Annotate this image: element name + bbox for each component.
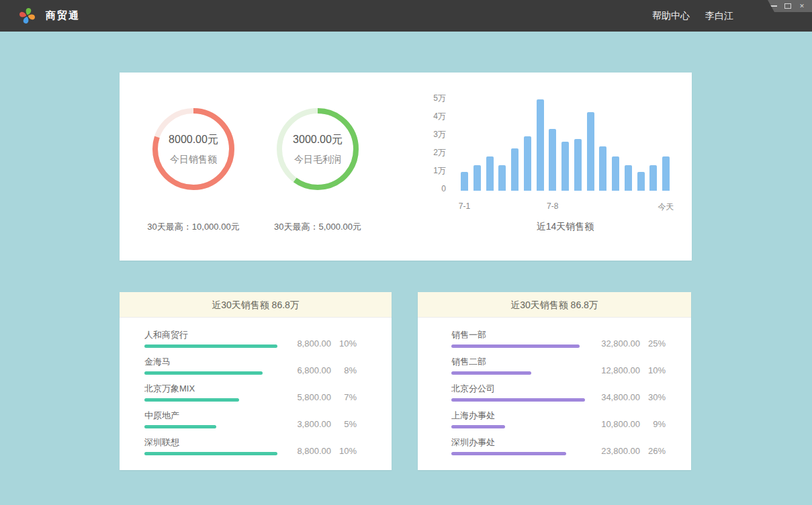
sales-bar [561, 142, 569, 191]
window-controls: ✕ [768, 0, 812, 12]
close-button[interactable]: ✕ [798, 2, 806, 10]
minimize-button[interactable] [770, 2, 778, 10]
ranking-row: 销售二部12,800.0010% [418, 357, 691, 383]
ranking-row: 销售一部32,800.0025% [418, 330, 691, 357]
customer-ranking-list: 人和商贸行8,800.0010%金海马6,800.008%北京万象MIX5,80… [120, 318, 392, 464]
y-axis-tick: 5万 [408, 93, 446, 103]
ranking-values: 10,800.009% [580, 419, 666, 429]
customer-ranking-title: 近30天销售额 86.8万 [212, 300, 300, 310]
daily-sales-chart: 近14天销售额 5万4万3万2万1万07-17-8今天 [120, 73, 692, 261]
ranking-percent: 7% [331, 392, 357, 402]
ranking-bar [144, 425, 216, 428]
ranking-amount: 8,800.00 [271, 446, 331, 456]
ranking-percent: 26% [640, 446, 666, 456]
ranking-values: 23,800.0026% [580, 446, 666, 456]
y-axis-tick: 3万 [408, 129, 446, 140]
sales-bar [625, 165, 632, 191]
dashboard: 8000.00元 今日销售额 30天最高：10,000.00元 3000.00元… [0, 32, 812, 505]
ranking-amount: 10,800.00 [580, 419, 640, 429]
ranking-values: 6,800.008% [271, 365, 357, 375]
x-axis-tick: 7-1 [445, 201, 485, 211]
ranking-bar [144, 398, 239, 402]
app-title: 商贸通 [46, 9, 80, 22]
ranking-percent: 10% [331, 446, 357, 456]
ranking-amount: 3,800.00 [271, 419, 331, 429]
ranking-amount: 12,800.00 [580, 365, 640, 375]
ranking-bar [451, 371, 531, 375]
sales-bar [461, 172, 468, 191]
ranking-bar [144, 452, 277, 455]
sales-bar [498, 165, 506, 191]
ranking-amount: 5,800.00 [271, 392, 331, 402]
ranking-bar [451, 452, 566, 455]
ranking-percent: 10% [331, 338, 357, 349]
ranking-row: 北京万象MIX5,800.007% [120, 383, 392, 410]
ranking-percent: 9% [640, 419, 666, 429]
ranking-row: 中原地产3,800.005% [120, 410, 392, 437]
ranking-row: 北京分公司34,800.0030% [418, 383, 691, 410]
ranking-bar [451, 345, 580, 348]
logo-petal-red [19, 12, 26, 17]
y-axis-tick: 2万 [408, 147, 446, 158]
ranking-values: 5,800.007% [271, 392, 357, 402]
ranking-values: 3,800.005% [271, 419, 357, 429]
ranking-percent: 10% [640, 365, 666, 375]
y-axis-tick: 4万 [408, 111, 446, 122]
user-menu[interactable]: 李白江 [705, 10, 733, 22]
department-sales-ranking-panel: 近30天销售额 86.8万 销售一部32,800.0025%销售二部12,800… [418, 292, 691, 470]
ranking-row: 金海马6,800.008% [120, 357, 392, 383]
ranking-percent: 8% [331, 365, 357, 375]
ranking-percent: 5% [331, 419, 357, 429]
ranking-amount: 8,800.00 [271, 338, 331, 349]
sales-bar [524, 136, 531, 191]
department-ranking-list: 销售一部32,800.0025%销售二部12,800.0010%北京分公司34,… [418, 318, 691, 464]
ranking-bar [144, 345, 277, 348]
logo-petal-blue [24, 17, 29, 24]
ranking-row: 人和商贸行8,800.0010% [120, 330, 392, 357]
sales-bar [473, 165, 481, 191]
logo-petal-orange [28, 15, 35, 20]
sales-bar [574, 139, 582, 191]
minimize-icon [770, 5, 777, 7]
ranking-row: 深圳办事处23,800.0026% [418, 437, 691, 464]
ranking-row: 深圳联想8,800.0010% [120, 437, 392, 464]
ranking-values: 34,800.0030% [580, 392, 666, 402]
ranking-amount: 6,800.00 [271, 365, 331, 375]
ranking-percent: 30% [640, 392, 666, 402]
titlebar-menu: 帮助中心 李白江 [652, 10, 733, 22]
panel-header: 近30天销售额 86.8万 [120, 292, 392, 318]
daily-sales-chart-title: 近14天销售额 [461, 221, 670, 233]
ranking-bar [451, 398, 585, 402]
sales-bar [537, 99, 544, 191]
x-axis-tick: 今天 [646, 201, 686, 213]
sales-bar [549, 129, 556, 191]
panel-header: 近30天销售额 86.8万 [418, 292, 691, 318]
ranking-amount: 32,800.00 [580, 338, 640, 349]
close-icon: ✕ [799, 3, 805, 9]
ranking-values: 12,800.0010% [580, 365, 666, 375]
sales-bar [637, 172, 645, 191]
ranking-values: 8,800.0010% [271, 338, 357, 349]
ranking-percent: 25% [640, 338, 666, 349]
department-ranking-title: 近30天销售额 86.8万 [510, 300, 598, 310]
sales-bar [612, 156, 619, 191]
ranking-bar [144, 371, 263, 375]
ranking-values: 8,800.0010% [271, 446, 357, 456]
titlebar: 商贸通 帮助中心 李白江 ✕ [0, 0, 812, 32]
overview-panel: 8000.00元 今日销售额 30天最高：10,000.00元 3000.00元… [120, 73, 692, 261]
maximize-button[interactable] [784, 2, 792, 10]
ranking-row: 上海办事处10,800.009% [418, 410, 691, 437]
x-axis-tick: 7-8 [533, 201, 573, 211]
logo-petal-green [26, 8, 32, 15]
sales-bar [662, 156, 670, 191]
ranking-amount: 34,800.00 [580, 392, 640, 402]
y-axis-tick: 0 [408, 183, 446, 194]
sales-bar [599, 146, 606, 191]
app-logo [18, 7, 36, 25]
ranking-bar [451, 425, 505, 428]
ranking-values: 32,800.0025% [580, 338, 666, 349]
sales-bar [486, 156, 494, 191]
help-center-link[interactable]: 帮助中心 [652, 10, 690, 22]
sales-bar [649, 165, 657, 191]
ranking-amount: 23,800.00 [580, 446, 640, 456]
